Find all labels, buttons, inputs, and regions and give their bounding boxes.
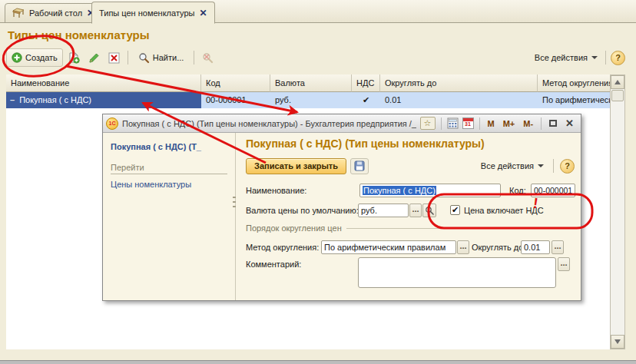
item-marker-icon: – [10,92,15,108]
comment-expand-button[interactable]: ... [558,257,570,271]
name-input[interactable]: Покупная ( с НДС) [359,184,501,197]
maximize-button[interactable] [547,117,559,131]
form-command-bar: Записать и закрыть Все действия ? [246,156,575,176]
tab-desktop-label: Рабочий стол [29,8,82,18]
create-button-label: Создать [25,53,58,62]
clear-search-button[interactable] [199,49,217,67]
favorites-star-icon[interactable]: ☆ [420,117,436,130]
copy-icon [68,52,80,64]
titlebar-separator [441,117,442,130]
code-input[interactable]: 00-000001 [531,184,575,197]
splitter-grip-icon [233,197,236,198]
tab-price-types-label: Типы цен номенклатуры [99,8,194,18]
scroll-up-button[interactable] [611,75,624,89]
method-field-label: Метод округления: [246,240,319,254]
toolbar-separator [194,51,194,65]
window-bottom-frame [0,360,636,364]
cell-currency[interactable]: руб. [270,92,352,108]
column-header-code[interactable]: Код [201,74,270,92]
round-to-field-label: Округлять до: [472,240,525,254]
tab-price-types-close-icon[interactable]: ✕ [199,8,207,18]
cell-code[interactable]: 00-000001 [201,92,270,108]
tab-price-types[interactable]: Типы цен номенклатуры ✕ [91,2,215,24]
vat-checkbox-label: Цена включает НДС [464,204,544,217]
form-all-actions-label: Все действия [481,161,534,170]
column-header-currency[interactable]: Валюта [270,74,352,92]
memory-add-button[interactable]: M+ [501,117,518,131]
titlebar-separator [541,117,542,130]
dialog-titlebar[interactable]: 1С Покупная ( с НДС) (Тип цены номенклат… [103,114,581,133]
edit-item-button[interactable] [85,49,103,67]
name-input-selected-text: Покупная ( с НДС) [363,186,436,195]
chevron-down-icon [538,164,544,167]
method-input[interactable]: По арифметическим правилам [321,240,456,254]
dialog-title: Покупная ( с НДС) (Тип цены номенклатуры… [122,119,416,128]
list-toolbar: Создать [6,48,625,68]
form-all-actions-button[interactable]: Все действия [478,157,547,174]
page-title: Типы цен номенклатуры [8,28,150,41]
column-header-vat[interactable]: НДС [352,74,380,92]
dialog-form: Покупная ( с НДС) (Тип цены номенклатуры… [238,133,581,300]
save-button[interactable] [350,158,369,174]
cell-vat-check-icon[interactable]: ✔ [352,92,380,108]
sidebar-link-item-prices[interactable]: Цены номенклатуры [111,180,227,189]
close-button[interactable]: ✕ [563,117,576,131]
search-icon [138,52,150,64]
code-field-label: Код: [509,184,526,197]
currency-field-label: Валюта цены по умолчанию: [246,204,359,217]
scroll-down-button[interactable] [611,335,624,349]
magnifier-icon [425,206,434,215]
titlebar-separator [479,117,480,130]
sidebar-object-title: Покупная ( с НДС) (Т_ [111,142,227,151]
column-header-name[interactable]: Наименование [6,74,201,92]
table-header: Наименование Код Валюта НДС Округлять до… [6,74,610,92]
currency-open-button[interactable] [422,204,436,217]
command-bar-separator [553,159,554,173]
desktop-icon [12,8,25,18]
all-actions-label: Все действия [535,53,588,62]
chevron-down-icon [591,56,598,59]
toolbar-separator [128,51,128,65]
cell-name[interactable]: – Покупная ( с НДС) [6,92,201,108]
tab-desktop[interactable]: Рабочий стол ✕ [5,3,102,23]
calendar-icon[interactable]: 31 [462,117,474,129]
cell-round-method[interactable]: По арифметическим [538,92,610,108]
round-to-select-button[interactable]: ... [552,240,564,254]
pencil-icon [88,52,100,64]
rounding-group: Порядок округления цен [246,223,573,233]
maximize-icon [549,120,557,127]
find-button[interactable]: Найти... [133,48,190,67]
round-to-input[interactable]: 0.01 [521,240,550,254]
find-button-label: Найти... [153,53,184,62]
clear-search-icon [202,52,214,64]
delete-item-button[interactable] [105,49,123,67]
memory-subtract-button[interactable]: M- [521,117,535,131]
price-type-dialog: 1С Покупная ( с НДС) (Тип цены номенклат… [102,114,581,301]
sidebar-nav-header: Перейти [111,163,227,174]
1c-logo-icon: 1С [106,117,118,130]
comment-input[interactable] [358,257,556,288]
currency-select-button[interactable]: ... [409,204,422,217]
application-window: Рабочий стол ✕ Типы цен номенклатуры ✕ Т… [0,0,636,364]
copy-item-button[interactable] [65,49,83,67]
calculator-icon[interactable] [447,117,459,129]
cell-round-to[interactable]: 0.01 [380,92,538,108]
vat-checkbox[interactable]: ✔ [450,205,460,215]
triangle-down-icon [614,339,621,344]
tab-bar: Рабочий стол ✕ Типы цен номенклатуры ✕ [0,0,636,23]
scrollbar-thumb[interactable] [611,90,624,101]
comment-field-label: Комментарий: [246,257,301,271]
vertical-scrollbar[interactable] [610,74,625,349]
column-header-round-to[interactable]: Округлять до [380,74,538,92]
currency-input[interactable]: руб. [358,204,409,217]
table-row[interactable]: – Покупная ( с НДС) 00-000001 руб. ✔ 0.0… [6,92,610,108]
create-button[interactable]: Создать [6,48,63,67]
memory-recall-button[interactable]: M [485,117,497,131]
form-help-button[interactable]: ? [560,159,575,174]
method-select-button[interactable]: ... [457,240,469,254]
save-and-close-button[interactable]: Записать и закрыть [246,158,346,174]
sort-ascending-icon [188,80,194,92]
help-button[interactable]: ? [611,51,625,65]
all-actions-button[interactable]: Все действия [532,49,601,66]
column-header-round-method[interactable]: Метод округления [538,74,610,92]
